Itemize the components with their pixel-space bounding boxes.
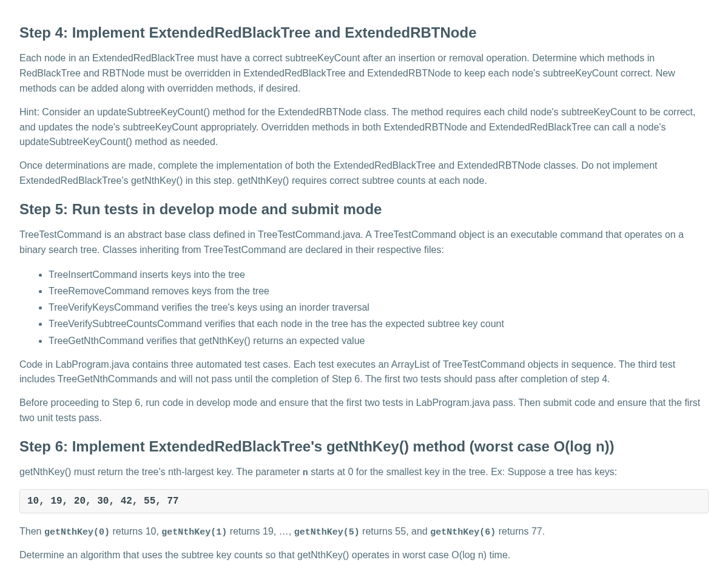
step4-p1: Each node in an ExtendedRedBlackTree mus… (19, 51, 709, 96)
step5-bullets: TreeInsertCommand inserts keys into the … (19, 266, 709, 349)
step5-p3: Before proceeding to Step 6, run code in… (19, 396, 709, 426)
inline-code-getnthkey5: getNthKey(5) (294, 527, 360, 538)
step5-p2: Code in LabProgram.java contains three a… (19, 357, 709, 388)
step4-p2: Hint: Consider an updateSubtreeKeyCount(… (19, 105, 709, 150)
step4-p3: Once determinations are made, complete t… (19, 158, 709, 189)
inline-code-getnthkey6: getNthKey(6) (430, 527, 496, 538)
text-span: starts at 0 for the smallest key in the … (308, 467, 618, 477)
step6-p3: Determine an algorithm that uses the sub… (19, 548, 709, 563)
step6-p1: getNthKey() must return the tree's nth-l… (19, 465, 709, 480)
inline-code-n: n (303, 468, 308, 478)
list-item: TreeGetNthCommand verifies that getNthKe… (49, 333, 709, 349)
text-span: returns 10, (110, 526, 161, 536)
list-item: TreeVerifySubtreeCountsCommand verifies … (49, 316, 709, 332)
list-item: TreeRemoveCommand removes keys from the … (49, 283, 709, 299)
step6-heading: Step 6: Implement ExtendedRedBlackTree's… (19, 437, 709, 456)
text-span: returns 77. (496, 526, 545, 536)
text-span: returns 19, …, (227, 526, 294, 536)
text-span: Then (19, 526, 44, 536)
step4-heading: Step 4: Implement ExtendedRedBlackTree a… (19, 23, 709, 42)
step6-p2: Then getNthKey(0) returns 10, getNthKey(… (19, 524, 709, 539)
list-item: TreeVerifyKeysCommand verifies the tree'… (49, 299, 709, 316)
inline-code-getnthkey0: getNthKey(0) (44, 527, 110, 538)
text-span: returns 55, and (360, 526, 431, 536)
list-item: TreeInsertCommand inserts keys into the … (49, 266, 709, 283)
step6-code-block: 10, 19, 20, 30, 42, 55, 77 (19, 489, 709, 513)
step5-p1: TreeTestCommand is an abstract base clas… (19, 228, 709, 258)
text-span: getNthKey() must return the tree's nth-l… (19, 467, 303, 477)
inline-code-getnthkey1: getNthKey(1) (161, 527, 227, 538)
document-page: Step 4: Implement ExtendedRedBlackTree a… (0, 0, 728, 571)
step5-heading: Step 5: Run tests in develop mode and su… (19, 200, 709, 219)
